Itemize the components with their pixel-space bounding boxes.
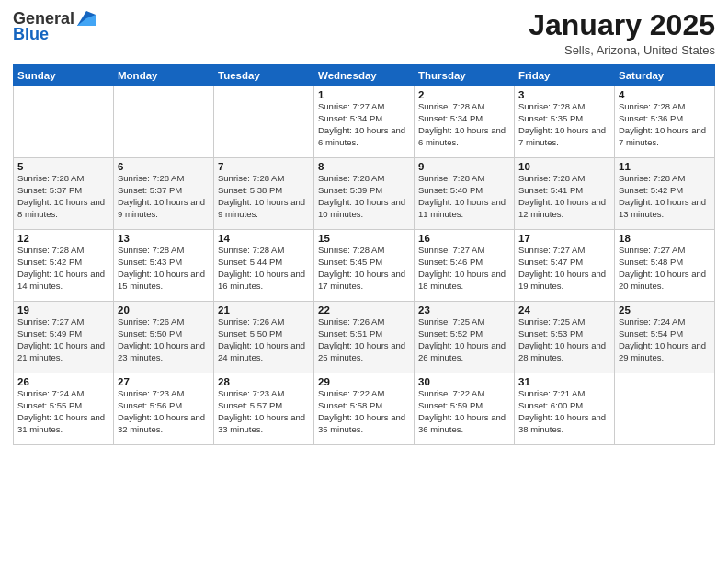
table-row	[615, 373, 715, 445]
table-row	[214, 86, 314, 158]
day-info: Sunrise: 7:22 AMSunset: 5:59 PMDaylight:…	[418, 388, 510, 435]
table-row: 27Sunrise: 7:23 AMSunset: 5:56 PMDayligh…	[114, 373, 214, 445]
day-number: 31	[518, 376, 610, 387]
day-info: Sunrise: 7:28 AMSunset: 5:34 PMDaylight:…	[418, 101, 510, 148]
table-row	[14, 86, 114, 158]
day-number: 28	[218, 376, 310, 387]
day-number: 30	[418, 376, 510, 387]
table-row: 15Sunrise: 7:28 AMSunset: 5:45 PMDayligh…	[314, 230, 415, 302]
day-info: Sunrise: 7:27 AMSunset: 5:49 PMDaylight:…	[17, 316, 109, 363]
day-number: 8	[318, 161, 410, 172]
table-row: 17Sunrise: 7:27 AMSunset: 5:47 PMDayligh…	[515, 230, 615, 302]
table-row: 18Sunrise: 7:27 AMSunset: 5:48 PMDayligh…	[615, 230, 715, 302]
day-number: 22	[318, 304, 410, 316]
day-info: Sunrise: 7:28 AMSunset: 5:37 PMDaylight:…	[17, 173, 109, 220]
table-row: 1Sunrise: 7:27 AMSunset: 5:34 PMDaylight…	[314, 86, 415, 158]
day-info: Sunrise: 7:26 AMSunset: 5:51 PMDaylight:…	[318, 316, 410, 363]
day-number: 17	[518, 233, 610, 244]
day-number: 23	[418, 304, 510, 316]
table-row: 30Sunrise: 7:22 AMSunset: 5:59 PMDayligh…	[415, 373, 515, 445]
table-row: 19Sunrise: 7:27 AMSunset: 5:49 PMDayligh…	[14, 302, 114, 373]
day-info: Sunrise: 7:28 AMSunset: 5:45 PMDaylight:…	[318, 245, 410, 292]
day-info: Sunrise: 7:28 AMSunset: 5:41 PMDaylight:…	[518, 173, 610, 220]
table-row: 22Sunrise: 7:26 AMSunset: 5:51 PMDayligh…	[314, 302, 415, 373]
day-info: Sunrise: 7:28 AMSunset: 5:37 PMDaylight:…	[118, 173, 210, 220]
day-info: Sunrise: 7:28 AMSunset: 5:40 PMDaylight:…	[418, 173, 510, 220]
calendar-week-row: 26Sunrise: 7:24 AMSunset: 5:55 PMDayligh…	[14, 373, 715, 445]
calendar-week-row: 19Sunrise: 7:27 AMSunset: 5:49 PMDayligh…	[14, 302, 715, 373]
table-row: 7Sunrise: 7:28 AMSunset: 5:38 PMDaylight…	[214, 158, 314, 230]
day-number: 16	[418, 233, 510, 244]
day-number: 10	[518, 161, 610, 172]
location: Sells, Arizona, United States	[529, 43, 715, 57]
day-number: 18	[619, 233, 711, 244]
table-row: 23Sunrise: 7:25 AMSunset: 5:52 PMDayligh…	[415, 302, 515, 373]
calendar-week-row: 5Sunrise: 7:28 AMSunset: 5:37 PMDaylight…	[14, 158, 715, 230]
day-info: Sunrise: 7:27 AMSunset: 5:46 PMDaylight:…	[418, 245, 510, 292]
table-row: 26Sunrise: 7:24 AMSunset: 5:55 PMDayligh…	[14, 373, 114, 445]
col-monday: Monday	[114, 65, 214, 86]
calendar-week-row: 12Sunrise: 7:28 AMSunset: 5:42 PMDayligh…	[14, 230, 715, 302]
day-info: Sunrise: 7:26 AMSunset: 5:50 PMDaylight:…	[118, 316, 210, 363]
day-number: 2	[418, 89, 510, 100]
calendar-table: Sunday Monday Tuesday Wednesday Thursday…	[13, 64, 715, 445]
col-thursday: Thursday	[415, 65, 515, 86]
col-sunday: Sunday	[14, 65, 114, 86]
table-row: 12Sunrise: 7:28 AMSunset: 5:42 PMDayligh…	[14, 230, 114, 302]
day-info: Sunrise: 7:27 AMSunset: 5:47 PMDaylight:…	[518, 245, 610, 292]
table-row: 3Sunrise: 7:28 AMSunset: 5:35 PMDaylight…	[515, 86, 615, 158]
logo: General Blue	[13, 9, 96, 44]
day-info: Sunrise: 7:23 AMSunset: 5:56 PMDaylight:…	[118, 388, 210, 435]
day-number: 7	[218, 161, 310, 172]
day-info: Sunrise: 7:21 AMSunset: 6:00 PMDaylight:…	[518, 388, 610, 435]
table-row: 10Sunrise: 7:28 AMSunset: 5:41 PMDayligh…	[515, 158, 615, 230]
table-row: 21Sunrise: 7:26 AMSunset: 5:50 PMDayligh…	[214, 302, 314, 373]
day-number: 3	[518, 89, 610, 100]
table-row: 14Sunrise: 7:28 AMSunset: 5:44 PMDayligh…	[214, 230, 314, 302]
logo-icon	[77, 11, 96, 26]
col-friday: Friday	[515, 65, 615, 86]
table-row: 5Sunrise: 7:28 AMSunset: 5:37 PMDaylight…	[14, 158, 114, 230]
day-info: Sunrise: 7:28 AMSunset: 5:43 PMDaylight:…	[118, 245, 210, 292]
day-info: Sunrise: 7:27 AMSunset: 5:34 PMDaylight:…	[318, 101, 410, 148]
table-row: 28Sunrise: 7:23 AMSunset: 5:57 PMDayligh…	[214, 373, 314, 445]
day-info: Sunrise: 7:24 AMSunset: 5:54 PMDaylight:…	[619, 316, 711, 363]
table-row	[114, 86, 214, 158]
table-row: 4Sunrise: 7:28 AMSunset: 5:36 PMDaylight…	[615, 86, 715, 158]
day-number: 15	[318, 233, 410, 244]
day-number: 13	[118, 233, 210, 244]
day-info: Sunrise: 7:23 AMSunset: 5:57 PMDaylight:…	[218, 388, 310, 435]
day-number: 26	[17, 376, 109, 387]
logo-blue-text: Blue	[13, 25, 49, 44]
table-row: 20Sunrise: 7:26 AMSunset: 5:50 PMDayligh…	[114, 302, 214, 373]
day-number: 25	[619, 304, 711, 316]
page: General Blue January 2025 Sells, Arizona…	[0, 0, 728, 563]
day-number: 21	[218, 304, 310, 316]
day-info: Sunrise: 7:28 AMSunset: 5:42 PMDaylight:…	[619, 173, 711, 220]
day-number: 1	[318, 89, 410, 100]
table-row: 25Sunrise: 7:24 AMSunset: 5:54 PMDayligh…	[615, 302, 715, 373]
day-info: Sunrise: 7:28 AMSunset: 5:44 PMDaylight:…	[218, 245, 310, 292]
col-wednesday: Wednesday	[314, 65, 415, 86]
table-row: 11Sunrise: 7:28 AMSunset: 5:42 PMDayligh…	[615, 158, 715, 230]
day-number: 6	[118, 161, 210, 172]
col-saturday: Saturday	[615, 65, 715, 86]
day-info: Sunrise: 7:28 AMSunset: 5:36 PMDaylight:…	[619, 101, 711, 148]
day-number: 5	[17, 161, 109, 172]
day-info: Sunrise: 7:27 AMSunset: 5:48 PMDaylight:…	[619, 245, 711, 292]
month-title: January 2025	[529, 9, 715, 41]
calendar-week-row: 1Sunrise: 7:27 AMSunset: 5:34 PMDaylight…	[14, 86, 715, 158]
day-info: Sunrise: 7:26 AMSunset: 5:50 PMDaylight:…	[218, 316, 310, 363]
day-number: 12	[17, 233, 109, 244]
table-row: 9Sunrise: 7:28 AMSunset: 5:40 PMDaylight…	[415, 158, 515, 230]
day-info: Sunrise: 7:24 AMSunset: 5:55 PMDaylight:…	[17, 388, 109, 435]
day-info: Sunrise: 7:25 AMSunset: 5:53 PMDaylight:…	[518, 316, 610, 363]
table-row: 6Sunrise: 7:28 AMSunset: 5:37 PMDaylight…	[114, 158, 214, 230]
table-row: 29Sunrise: 7:22 AMSunset: 5:58 PMDayligh…	[314, 373, 415, 445]
day-info: Sunrise: 7:28 AMSunset: 5:38 PMDaylight:…	[218, 173, 310, 220]
table-row: 13Sunrise: 7:28 AMSunset: 5:43 PMDayligh…	[114, 230, 214, 302]
day-info: Sunrise: 7:28 AMSunset: 5:35 PMDaylight:…	[518, 101, 610, 148]
table-row: 24Sunrise: 7:25 AMSunset: 5:53 PMDayligh…	[515, 302, 615, 373]
day-info: Sunrise: 7:25 AMSunset: 5:52 PMDaylight:…	[418, 316, 510, 363]
table-row: 8Sunrise: 7:28 AMSunset: 5:39 PMDaylight…	[314, 158, 415, 230]
